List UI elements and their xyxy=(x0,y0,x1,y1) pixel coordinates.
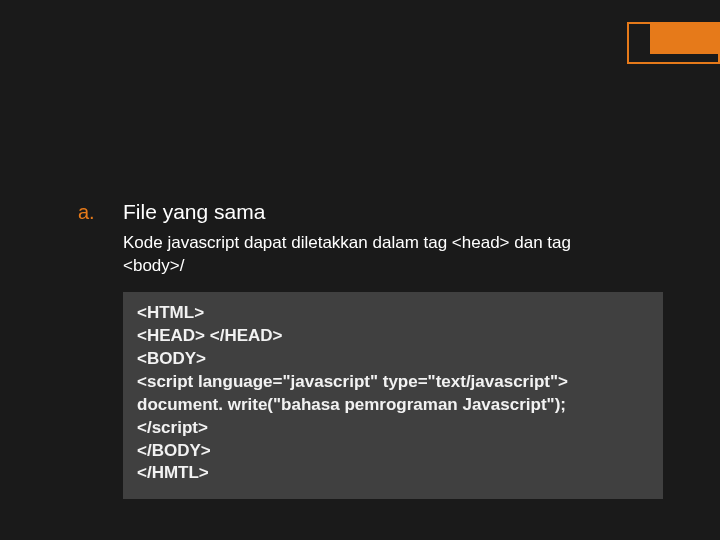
code-line: <HEAD> </HEAD> xyxy=(137,325,649,348)
code-line: </HMTL> xyxy=(137,462,649,485)
code-block: <HTML> <HEAD> </HEAD> <BODY> <script lan… xyxy=(123,292,663,500)
code-line: document. write("bahasa pemrograman Java… xyxy=(137,394,649,417)
code-line: </BODY> xyxy=(137,440,649,463)
list-marker: a. xyxy=(78,201,123,224)
accent-fill xyxy=(650,22,720,54)
list-item: a. File yang sama xyxy=(78,200,660,224)
code-line: <script language="javascript" type="text… xyxy=(137,371,649,394)
code-line: </script> xyxy=(137,417,649,440)
code-line: <BODY> xyxy=(137,348,649,371)
code-line: <HTML> xyxy=(137,302,649,325)
list-title: File yang sama xyxy=(123,200,265,224)
list-body: Kode javascript dapat diletakkan dalam t… xyxy=(123,232,603,278)
slide-content: a. File yang sama Kode javascript dapat … xyxy=(78,200,660,499)
